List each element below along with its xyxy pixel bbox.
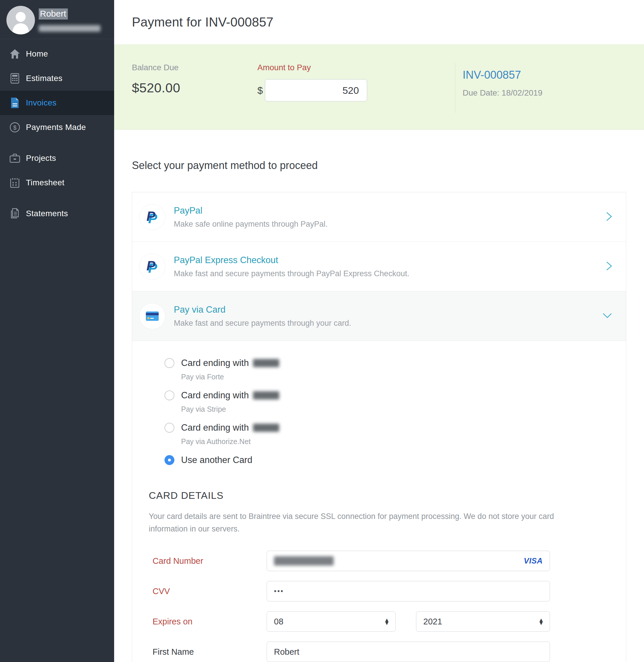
card-option-label: Card ending with [181,422,279,433]
blurred-card-number [274,556,334,566]
method-pay-via-card[interactable]: Pay via Card Make fast and secure paymen… [132,291,626,341]
first-name-row: First Name [149,642,626,662]
radio-use-another-card[interactable] [164,455,175,465]
sidebar-item-label: Home [26,49,48,59]
radio-card-forte[interactable] [164,358,175,368]
card-option-new-card: Use another Card [164,455,626,465]
cvv-input[interactable]: ••• [267,581,550,601]
dollar-circle-icon: $ [9,122,21,133]
cvv-label: CVV [153,587,267,596]
sidebar-item-projects[interactable]: Projects [0,146,114,171]
payment-method-heading: Select your payment method to proceed [132,159,644,172]
chevron-down-icon [601,311,614,322]
paypal-icon: PP [139,253,165,280]
radio-card-authorize[interactable] [164,423,175,433]
card-option-gateway: Pay via Forte [164,373,626,381]
page-header: Payment for INV-000857 [114,0,644,44]
card-number-label: Card Number [153,556,267,566]
card-option-label: Card ending with [181,358,279,368]
user-email-blurred [39,25,100,32]
select-spinner-icon: ▲▼ [538,618,544,625]
method-paypal-express[interactable]: PP PayPal Express Checkout Make fast and… [132,242,626,291]
payment-methods-panel: PP PayPal Make safe online payments thro… [132,192,626,662]
sidebar-item-estimates[interactable]: Estimates [0,66,114,91]
card-option-forte: Card ending with Pay via Forte [164,358,626,381]
first-name-input[interactable] [267,642,550,662]
sidebar-item-label: Estimates [26,74,63,83]
main-content: Payment for INV-000857 Balance Due $520.… [114,0,644,662]
card-details-disclaimer: Your card details are sent to Braintree … [149,510,574,535]
due-date-text: Due Date: 18/02/2019 [463,88,626,97]
select-spinner-icon: ▲▼ [384,618,390,625]
briefcase-icon [9,154,21,163]
sidebar-item-payments-made[interactable]: $ Payments Made [0,115,114,139]
sidebar-item-label: Invoices [26,98,56,108]
sidebar-item-home[interactable]: Home [0,42,114,66]
expiry-year-select[interactable]: 2021 ▲▼ [416,611,550,632]
amount-to-pay-block: Amount to Pay $ [257,63,448,129]
card-option-authorize: Card ending with Pay via Authorize.Net [164,422,626,446]
svg-text:$: $ [13,125,16,131]
balance-due-value: $520.00 [132,81,257,95]
amount-input[interactable] [265,79,367,102]
cvv-masked-value: ••• [274,587,284,595]
method-description: Make safe online payments through PayPal… [174,220,327,229]
blurred-card-digits [253,391,279,399]
invoice-info-block: INV-000857 Due Date: 18/02/2019 [455,63,626,113]
avatar [6,6,35,35]
card-option-label: Card ending with [181,390,279,401]
sidebar-item-invoices[interactable]: Invoices [0,91,114,115]
visa-logo: VISA [524,556,543,566]
sidebar-item-label: Timesheet [26,178,64,187]
amount-to-pay-label: Amount to Pay [257,63,448,72]
card-form: Card Number VISA CVV ••• [149,551,626,662]
method-title: Pay via Card [174,305,351,315]
expires-row: Expires on 08 ▲▼ 2021 ▲▼ [149,611,626,632]
card-option-label: Use another Card [181,455,252,465]
credit-card-icon [139,303,165,329]
card-number-row: Card Number VISA [149,551,626,571]
app-window: Robert Home [0,0,644,662]
sidebar-item-label: Projects [26,154,56,163]
card-number-input[interactable]: VISA [267,551,550,571]
card-option-stripe: Card ending with Pay via Stripe [164,390,626,414]
page-title: Payment for INV-000857 [132,15,273,29]
user-name: Robert [39,8,68,20]
person-icon [6,6,35,35]
saved-card-options: Card ending with Pay via Forte Card endi… [164,358,626,465]
blurred-card-digits [253,359,279,367]
chevron-right-icon [604,260,614,273]
card-option-gateway: Pay via Stripe [164,405,626,414]
expires-label: Expires on [153,617,267,626]
user-profile: Robert [0,0,114,39]
expiry-month-select[interactable]: 08 ▲▼ [267,611,396,632]
method-title: PayPal Express Checkout [174,255,409,265]
sidebar-item-statements[interactable]: Statements [0,201,114,226]
balance-due-label: Balance Due [132,63,257,72]
expiry-year-value: 2021 [423,617,442,626]
method-description: Make fast and secure payments through yo… [174,319,351,328]
method-paypal[interactable]: PP PayPal Make safe online payments thro… [132,192,626,242]
first-name-label: First Name [153,647,267,657]
payment-summary-banner: Balance Due $520.00 Amount to Pay $ INV-… [114,44,644,130]
card-details-section: CARD DETAILS Your card details are sent … [149,490,626,662]
cvv-row: CVV ••• [149,581,626,601]
card-option-gateway: Pay via Authorize.Net [164,437,626,446]
chevron-right-icon [604,210,614,224]
expiry-month-value: 08 [274,617,283,626]
timesheet-icon [9,177,21,188]
method-description: Make fast and secure payments through Pa… [174,269,409,278]
sidebar-item-label: Statements [26,209,68,218]
radio-card-stripe[interactable] [164,391,175,400]
sidebar-nav: Home Estimates [0,39,114,226]
invoice-number-link[interactable]: INV-000857 [463,69,626,81]
sidebar-item-timesheet[interactable]: Timesheet [0,171,114,195]
statement-icon [9,208,21,219]
sidebar-item-label: Payments Made [26,123,86,132]
sidebar: Robert Home [0,0,114,662]
method-title: PayPal [174,205,327,216]
home-icon [9,49,21,59]
balance-due-block: Balance Due $520.00 [132,63,257,129]
paypal-icon: PP [139,204,165,230]
card-payment-expanded: Card ending with Pay via Forte Card endi… [132,341,626,662]
